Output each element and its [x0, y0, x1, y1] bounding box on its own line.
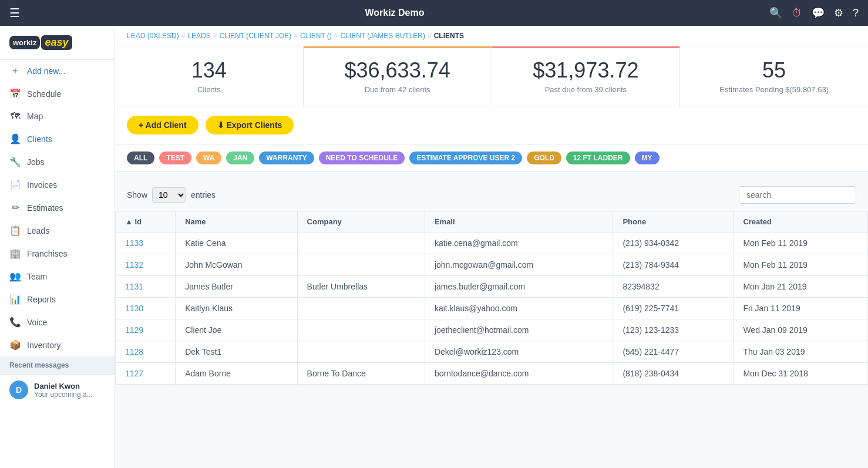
tag-need-to-schedule[interactable]: NEED TO SCHEDULE	[319, 151, 405, 164]
chat-icon[interactable]: 💬	[812, 6, 825, 19]
cell-id: 1128	[116, 341, 176, 363]
tag-wa[interactable]: WA	[196, 151, 221, 164]
cell-company	[297, 298, 425, 319]
id-link[interactable]: 1133	[125, 238, 143, 248]
tag-all[interactable]: ALL	[127, 151, 154, 164]
stat-total-clients-value: 134	[129, 58, 289, 83]
cell-created: Mon Jan 21 2019	[734, 276, 868, 298]
sidebar-item-estimates[interactable]: ✏ Estimates	[0, 196, 115, 219]
topbar-right: 🔍 ⏱ 💬 ⚙ ?	[769, 6, 859, 19]
voice-icon: 📞	[9, 317, 21, 328]
logo-workiz: workiz	[9, 36, 40, 49]
col-email-header: Email	[425, 211, 613, 233]
cell-created: Thu Jan 03 2019	[734, 341, 868, 363]
sidebar-item-schedule[interactable]: 📅 Schedule	[0, 82, 115, 105]
tag-estimate-approve-user[interactable]: ESTIMATE APPROVE USER 2	[409, 151, 522, 164]
breadcrumb-item-james-butler[interactable]: CLIENT (JAMES BUTLER)	[341, 32, 425, 40]
add-new-icon: +	[9, 66, 21, 76]
cell-company: Butler Umbrellas	[297, 276, 425, 298]
sidebar-item-jobs[interactable]: 🔧 Jobs	[0, 150, 115, 173]
cell-created: Mon Feb 11 2019	[734, 233, 868, 254]
table-row: 1127 Adam Borne Borne To Dance borntodan…	[116, 363, 868, 385]
recent-messages-header: Recent messages	[0, 356, 115, 374]
table-row: 1128 Dek Test1 Dekel@workiz123.com (545)…	[116, 341, 868, 363]
col-id-header[interactable]: ▲ Id	[116, 211, 176, 233]
cell-name: Dek Test1	[176, 341, 297, 363]
breadcrumb-item-leads[interactable]: LEADS	[187, 32, 210, 40]
reports-icon: 📊	[9, 294, 21, 305]
sidebar-item-add-new[interactable]: + Add new...	[0, 60, 115, 82]
sidebar-item-franchises[interactable]: 🏢 Franchises	[0, 242, 115, 265]
hamburger-menu-icon[interactable]: ☰	[9, 6, 20, 20]
col-company-header: Company	[297, 211, 425, 233]
id-link[interactable]: 1132	[125, 260, 143, 270]
entries-select[interactable]: 10 25 50 100	[152, 187, 186, 203]
sidebar-item-leads[interactable]: 📋 Leads	[0, 219, 115, 242]
sidebar-item-clients[interactable]: 👤 Clients	[0, 127, 115, 150]
tags-row: ALL TEST WA JAN WARRANTY NEED TO SCHEDUL…	[115, 144, 868, 172]
table-row: 1130 Kaitlyn Klaus kait.klaus@yahoo.com …	[116, 298, 868, 319]
leads-icon: 📋	[9, 225, 21, 236]
tag-jan[interactable]: JAN	[226, 151, 254, 164]
col-name-header: Name	[176, 211, 297, 233]
sidebar: workiz easy + Add new... 📅 Schedule 🗺 Ma…	[0, 26, 115, 468]
inventory-icon: 📦	[9, 339, 21, 351]
add-client-button[interactable]: + Add Client	[127, 116, 199, 134]
breadcrumb-sep-2: #	[213, 32, 217, 40]
search-input[interactable]	[739, 186, 856, 204]
cell-name: Adam Borne	[176, 363, 297, 385]
recent-message-item[interactable]: D Daniel Kwon Your upcoming a...	[0, 374, 115, 405]
entries-label: entries	[191, 190, 216, 200]
stat-past-due: $31,973.72 Past due from 39 clients	[492, 46, 681, 106]
cell-created: Mon Feb 11 2019	[734, 254, 868, 276]
sidebar-item-team[interactable]: 👥 Team	[0, 265, 115, 288]
stat-estimates-pending-value: 55	[694, 58, 854, 83]
sidebar-item-team-label: Team	[27, 272, 47, 281]
breadcrumb-sep-4: #	[334, 32, 338, 40]
cell-phone: (213) 784-9344	[613, 254, 734, 276]
cell-company	[297, 341, 425, 363]
main-layout: workiz easy + Add new... 📅 Schedule 🗺 Ma…	[0, 26, 868, 468]
sidebar-item-inventory[interactable]: 📦 Inventory	[0, 334, 115, 356]
id-link[interactable]: 1131	[125, 282, 143, 291]
tag-12ft-ladder[interactable]: 12 FT LADDER	[566, 151, 630, 164]
export-clients-button[interactable]: ⬇ Export Clients	[206, 116, 294, 134]
cell-id: 1133	[116, 233, 176, 254]
help-icon[interactable]: ?	[853, 7, 859, 19]
cell-email: Dekel@workiz123.com	[425, 341, 613, 363]
message-sender-name: Daniel Kwon	[34, 382, 93, 390]
sidebar-item-invoices[interactable]: 📄 Invoices	[0, 173, 115, 196]
sidebar-item-map[interactable]: 🗺 Map	[0, 105, 115, 127]
sidebar-item-invoices-label: Invoices	[27, 180, 57, 190]
search-icon[interactable]: 🔍	[769, 6, 782, 19]
settings-icon[interactable]: ⚙	[834, 6, 843, 19]
id-link[interactable]: 1129	[125, 325, 143, 335]
sidebar-item-reports[interactable]: 📊 Reports	[0, 288, 115, 311]
cell-id: 1129	[116, 319, 176, 341]
cell-company: Borne To Dance	[297, 363, 425, 385]
sidebar-item-voice-label: Voice	[27, 318, 47, 327]
breadcrumb-item-lead[interactable]: LEAD (0XLESD)	[127, 32, 179, 40]
sidebar-item-voice[interactable]: 📞 Voice	[0, 311, 115, 334]
tag-test[interactable]: TEST	[159, 151, 191, 164]
breadcrumb-item-client-joe[interactable]: CLIENT (CLIENT JOE)	[219, 32, 291, 40]
tag-my[interactable]: MY	[635, 151, 660, 164]
table-container: Show 10 25 50 100 entries ▲	[115, 172, 868, 394]
logo-easy: easy	[41, 35, 72, 50]
timer-icon[interactable]: ⏱	[792, 7, 802, 19]
tag-warranty[interactable]: WARRANTY	[259, 151, 314, 164]
id-link[interactable]: 1128	[125, 347, 143, 356]
tag-gold[interactable]: GOLD	[527, 151, 561, 164]
id-link[interactable]: 1127	[125, 369, 143, 378]
table-body: 1133 Katie Cena katie.cena@gmail.com (21…	[116, 233, 868, 385]
cell-id: 1131	[116, 276, 176, 298]
id-link[interactable]: 1130	[125, 304, 143, 313]
content-area: LEAD (0XLESD) # LEADS # CLIENT (CLIENT J…	[115, 26, 868, 468]
table-controls: Show 10 25 50 100 entries	[115, 181, 868, 211]
breadcrumb-item-client-empty[interactable]: CLIENT ()	[300, 32, 332, 40]
cell-phone: (123) 123-1233	[613, 319, 734, 341]
message-preview: Your upcoming a...	[34, 390, 93, 399]
message-info: Daniel Kwon Your upcoming a...	[34, 382, 93, 399]
sidebar-item-inventory-label: Inventory	[27, 341, 61, 350]
sidebar-item-schedule-label: Schedule	[27, 89, 61, 99]
